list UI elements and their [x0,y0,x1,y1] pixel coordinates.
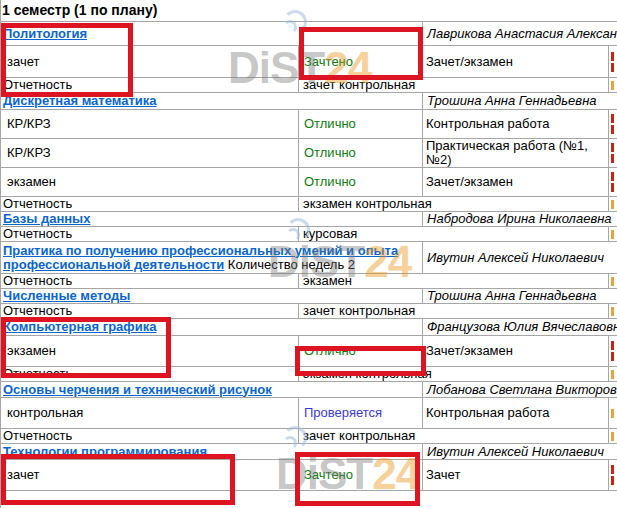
grade-value: Отлично [304,116,356,131]
grade-value-cell: Отлично [299,336,423,367]
table-left-border [0,0,1,508]
grade-type-cell: зачет [1,46,299,78]
clipped-content [611,200,614,209]
table-row: Отчетностьзачет контрольная [1,304,617,319]
table-row: контрольнаяПроверяетсяКонтрольная работа [1,398,617,429]
report-value-cell: экзамен [299,274,609,289]
grade-type-cell: КР/КРЗ [1,139,299,168]
clipped-content [611,341,614,350]
report-label-cell: Отчетность [1,78,299,93]
clipped-cell [609,336,617,367]
teacher-cell: Ивутин Алексей Николаевич [423,444,617,460]
teacher-cell: Лаврикова Анастасия Александровна [423,22,617,46]
report-label-cell: Отчетность [1,227,299,242]
grade-type-cell: КР/КРЗ [1,110,299,139]
teacher-cell: Набродова Ирина Николаевна [423,212,617,227]
grade-type-cell: экзамен [1,336,299,367]
table-row: Дискретная математикаТрошина Анна Геннад… [1,93,617,110]
clipped-cell [609,46,617,78]
table-row: Основы черчения и технический рисунокЛоб… [1,382,617,398]
subject-cell: Практика по получению профессиональных у… [1,242,423,274]
grade-value-cell: Зачтено [299,460,423,491]
report-label-cell: Отчетность [1,274,299,289]
table-row: Численные методыТрошина Анна Геннадьевна [1,289,617,304]
grade-value-cell: Отлично [299,110,423,139]
table-row: экзаменОтличноЗачет/экзамен [1,336,617,367]
clipped-content [611,409,614,418]
work-type-cell: Зачет/экзамен [423,168,609,197]
table-row: Компьютерная графикаФранцузова Юлия Вяче… [1,319,617,336]
clipped-content [611,172,614,181]
clipped-cell [609,139,617,168]
grade-value-cell: Проверяется [299,398,423,429]
table-row: Отчетностьэкзамен контрольная [1,367,617,382]
grades-table: ПолитологияЛаврикова Анастасия Александр… [0,21,617,491]
grade-type-cell: зачет [1,460,299,491]
subject-extra: Количество недель 2 [224,257,355,272]
clipped-content [611,81,614,90]
table-row: Отчетностьзачет контрольная [1,78,617,93]
clipped-cell [609,398,617,429]
table-row: экзаменОтличноЗачет/экзамен [1,168,617,197]
subject-cell: Дискретная математика [1,93,423,110]
subject-link[interactable]: Численные методы [3,288,130,303]
work-type-cell: Контрольная работа [423,110,609,139]
table-row: Отчетностькурсовая [1,227,617,242]
grade-value: Зачтено [304,467,353,482]
clipped-cell [609,168,617,197]
subject-link[interactable]: Политология [3,26,87,41]
report-label-cell: Отчетность [1,367,299,382]
clipped-content [611,432,614,441]
clipped-content [611,52,614,61]
table-row: зачетЗачтеноЗачет [1,460,617,491]
clipped-content [611,143,614,152]
clipped-content [611,114,614,123]
table-row: Отчетностьзачет контрольная [1,429,617,444]
report-label-cell: Отчетность [1,304,299,319]
clipped-cell [609,304,617,319]
subject-cell: Политология [1,22,423,46]
table-row: Отчетностьэкзамен [1,274,617,289]
grade-type-cell: экзамен [1,168,299,197]
report-label-cell: Отчетность [1,197,299,212]
clipped-content [611,370,614,379]
clipped-content [611,63,614,72]
table-row: зачетЗачтеноЗачет/экзамен [1,46,617,78]
subject-link[interactable]: Дискретная математика [3,93,157,108]
grade-value-cell: Зачтено [299,46,423,78]
table-row: Отчетностьэкзамен контрольная [1,197,617,212]
clipped-cell [609,429,617,444]
report-value-cell: экзамен контрольная [299,197,609,212]
teacher-name: Ивутин Алексей Николаевич [427,444,604,459]
grade-value: Отлично [304,343,356,358]
report-value-cell: зачет контрольная [299,304,609,319]
report-value-cell: зачет контрольная [299,429,609,444]
clipped-content [611,307,614,316]
teacher-cell: Трошина Анна Геннадьевна [423,289,617,304]
report-value-cell: экзамен контрольная [299,367,609,382]
grade-value: Зачтено [304,54,353,69]
teacher-name: Набродова Ирина Николаевна [427,211,612,226]
subject-link[interactable]: Основы черчения и технический рисунок [3,382,272,397]
clipped-cell [609,460,617,491]
teacher-name: Трошина Анна Геннадьевна [427,288,597,303]
subject-link[interactable]: Базы данных [3,211,90,226]
table-row: КР/КРЗОтличноКонтрольная работа [1,110,617,139]
teacher-cell: Лобанова Светлана Викторовна [423,382,617,398]
grade-type-cell: контрольная [1,398,299,429]
grade-value-cell: Отлично [299,168,423,197]
table-row: Базы данныхНабродова Ирина Николаевна [1,212,617,227]
clipped-content [611,125,614,134]
subject-cell: Основы черчения и технический рисунок [1,382,423,398]
table-row: Практика по получению профессиональных у… [1,242,617,274]
clipped-content [611,352,614,361]
work-type-cell: Зачет/экзамен [423,336,609,367]
subject-link[interactable]: Компьютерная графика [3,319,156,334]
table-row: КР/КРЗОтличноПрактическая работа (№1, №2… [1,139,617,168]
subject-link[interactable]: Технологии программирования [3,444,207,459]
clipped-content [611,277,614,286]
grade-value: Проверяется [304,405,382,420]
teacher-name: Лаврикова Анастасия Александровна [427,26,617,41]
clipped-cell [609,78,617,93]
subject-cell: Базы данных [1,212,423,227]
